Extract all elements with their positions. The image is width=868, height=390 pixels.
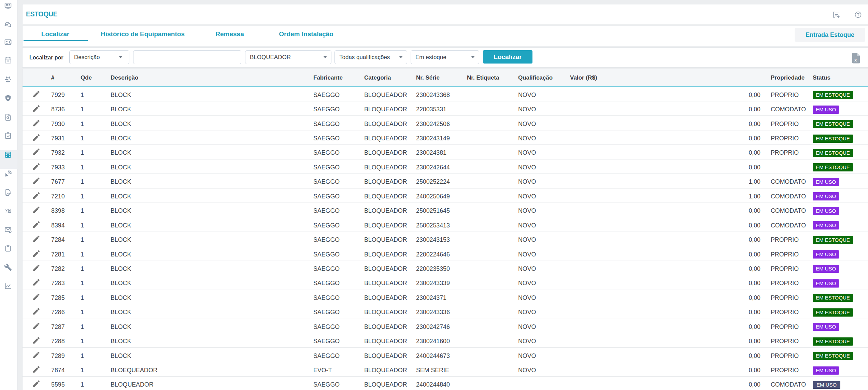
svg-text:x: x	[854, 57, 857, 62]
